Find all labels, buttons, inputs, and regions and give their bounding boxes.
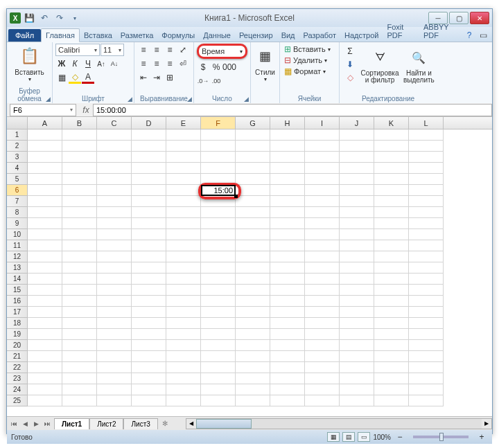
cell[interactable] xyxy=(236,307,270,318)
col-header-I[interactable]: I xyxy=(305,117,340,129)
cell[interactable] xyxy=(236,174,270,185)
cell[interactable] xyxy=(201,218,236,229)
cell[interactable] xyxy=(132,384,166,395)
cell[interactable] xyxy=(305,362,340,373)
cell[interactable] xyxy=(28,395,62,406)
autosum-button[interactable]: Σ xyxy=(342,45,358,57)
cell[interactable] xyxy=(28,196,62,207)
font-color-button[interactable]: A xyxy=(82,71,94,84)
cell[interactable] xyxy=(409,318,444,329)
cell[interactable] xyxy=(374,141,409,152)
horizontal-scrollbar[interactable]: ◀ ▶ xyxy=(186,418,492,429)
row-header-15[interactable]: 15 xyxy=(7,285,28,296)
cell[interactable] xyxy=(62,395,97,406)
cell[interactable] xyxy=(409,362,444,373)
cell[interactable] xyxy=(374,163,409,174)
cell[interactable] xyxy=(201,196,236,207)
cell[interactable] xyxy=(305,384,340,395)
cell[interactable] xyxy=(340,362,374,373)
row-header-10[interactable]: 10 xyxy=(7,229,28,240)
tab-review[interactable]: Рецензир xyxy=(235,29,277,42)
cell[interactable] xyxy=(132,207,166,218)
help-icon[interactable]: ? xyxy=(463,29,475,42)
row-header-25[interactable]: 25 xyxy=(7,395,28,406)
cell[interactable] xyxy=(270,362,305,373)
cell[interactable] xyxy=(374,174,409,185)
cell[interactable] xyxy=(374,251,409,262)
cell[interactable] xyxy=(201,141,236,152)
cell[interactable] xyxy=(166,196,201,207)
cell[interactable] xyxy=(166,329,201,340)
cell[interactable] xyxy=(270,307,305,318)
cell[interactable] xyxy=(340,395,374,406)
cell[interactable] xyxy=(340,185,374,196)
cell[interactable] xyxy=(62,384,97,395)
cell[interactable] xyxy=(132,395,166,406)
cell[interactable] xyxy=(201,129,236,141)
cell[interactable] xyxy=(132,141,166,152)
cell[interactable] xyxy=(236,351,270,362)
row-header-24[interactable]: 24 xyxy=(7,384,28,395)
cell[interactable] xyxy=(201,318,236,329)
cell[interactable] xyxy=(62,318,97,329)
cell[interactable] xyxy=(97,373,132,384)
row-header-23[interactable]: 23 xyxy=(7,373,28,384)
cell[interactable] xyxy=(166,229,201,240)
delete-cells-button[interactable]: ⊟Удалить ▾ xyxy=(283,55,336,66)
cell[interactable] xyxy=(62,307,97,318)
cell[interactable] xyxy=(374,373,409,384)
col-header-H[interactable]: H xyxy=(270,117,305,129)
cell[interactable] xyxy=(340,251,374,262)
cell[interactable] xyxy=(409,351,444,362)
cell[interactable] xyxy=(132,218,166,229)
cell[interactable] xyxy=(97,340,132,351)
dialog-launcher-icon[interactable]: ◢ xyxy=(46,96,51,102)
cell[interactable] xyxy=(340,218,374,229)
cell[interactable] xyxy=(28,129,62,141)
find-select-button[interactable]: 🔍 Найти и выделить xyxy=(402,45,436,85)
cell[interactable] xyxy=(132,296,166,307)
cell[interactable] xyxy=(97,384,132,395)
col-header-C[interactable]: C xyxy=(97,117,132,129)
cell[interactable] xyxy=(270,384,305,395)
row-header-14[interactable]: 14 xyxy=(7,274,28,285)
row-header-5[interactable]: 5 xyxy=(7,174,28,185)
cell[interactable] xyxy=(340,351,374,362)
sort-filter-button[interactable]: ᗊ Сортировка и фильтр xyxy=(360,45,399,85)
cell[interactable] xyxy=(132,196,166,207)
cell[interactable] xyxy=(374,229,409,240)
cell[interactable] xyxy=(28,318,62,329)
col-header-J[interactable]: J xyxy=(340,117,374,129)
cell[interactable] xyxy=(236,240,270,251)
cell[interactable] xyxy=(236,218,270,229)
wrap-text-button[interactable]: ⏎ xyxy=(177,57,189,70)
cell[interactable] xyxy=(340,163,374,174)
cell[interactable] xyxy=(270,240,305,251)
scroll-thumb[interactable] xyxy=(196,419,252,429)
cell[interactable] xyxy=(166,185,201,196)
cell[interactable] xyxy=(28,141,62,152)
cell[interactable] xyxy=(305,163,340,174)
cell[interactable] xyxy=(236,152,270,163)
cell[interactable] xyxy=(62,251,97,262)
cell[interactable] xyxy=(166,218,201,229)
cell[interactable] xyxy=(305,251,340,262)
cell[interactable] xyxy=(270,163,305,174)
cell[interactable] xyxy=(409,185,444,196)
cell[interactable] xyxy=(62,218,97,229)
cell[interactable] xyxy=(132,362,166,373)
cell[interactable] xyxy=(97,240,132,251)
row-header-6[interactable]: 6 xyxy=(7,185,28,196)
cell[interactable] xyxy=(305,229,340,240)
styles-button[interactable]: ▦ Стили ▾ xyxy=(254,44,277,84)
cell[interactable] xyxy=(374,207,409,218)
cell[interactable] xyxy=(62,362,97,373)
row-header-21[interactable]: 21 xyxy=(7,351,28,362)
cell[interactable] xyxy=(166,163,201,174)
cell[interactable] xyxy=(409,395,444,406)
cell[interactable] xyxy=(97,141,132,152)
cell[interactable] xyxy=(374,307,409,318)
cell[interactable] xyxy=(166,362,201,373)
cell[interactable] xyxy=(409,329,444,340)
cell[interactable] xyxy=(201,152,236,163)
